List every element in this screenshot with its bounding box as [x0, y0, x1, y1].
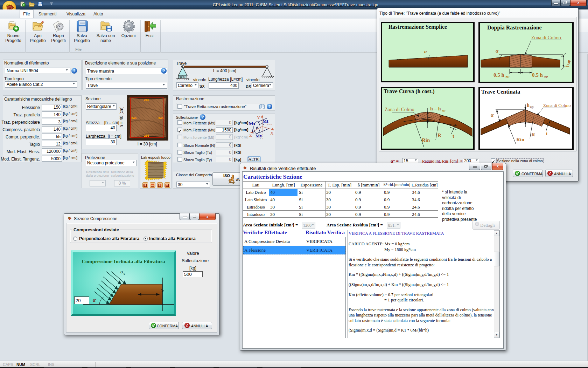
svg-text:σ: σ: [120, 269, 123, 274]
svg-text:α: α: [424, 49, 427, 54]
svg-text:216: 216: [144, 134, 149, 137]
svg-text:346: 346: [158, 116, 163, 120]
svg-text:ap: ap: [505, 74, 510, 78]
svg-text:α: α: [491, 112, 494, 118]
svg-text:Zona di Colmo: Zona di Colmo: [531, 35, 561, 40]
svg-text:R: R: [531, 132, 535, 137]
svg-text:0.5 h: 0.5 h: [493, 72, 505, 78]
svg-text:α: α: [496, 48, 499, 54]
svg-text:Zona di Colmo: Zona di Colmo: [543, 103, 571, 108]
svg-text:0.5 h: 0.5 h: [532, 72, 543, 78]
svg-text:Mx: Mx: [249, 121, 255, 126]
svg-text:t: t: [453, 134, 454, 139]
svg-text:346: 346: [131, 116, 136, 120]
svg-text:t: t: [546, 131, 548, 136]
svg-text:Z: Z: [249, 132, 252, 138]
svg-text:240: 240: [144, 98, 149, 102]
svg-text:Mt: Mt: [262, 118, 268, 124]
svg-text:α: α: [93, 297, 96, 303]
svg-text:Zona di Colmo: Zona di Colmo: [385, 107, 414, 112]
svg-text:c: c: [124, 272, 125, 275]
svg-text:Rin: Rin: [516, 137, 525, 142]
svg-text:h = h: h = h: [430, 106, 441, 111]
svg-text:R: R: [438, 132, 441, 138]
svg-text:ap: ap: [544, 74, 548, 78]
svg-text:ap: ap: [567, 60, 570, 64]
svg-text:ap: ap: [442, 108, 446, 112]
svg-text:h: h: [527, 103, 530, 108]
svg-text:X: X: [270, 130, 274, 136]
svg-text:Rin: Rin: [422, 137, 430, 143]
svg-text:My: My: [255, 133, 262, 138]
svg-text:ap: ap: [530, 105, 534, 109]
svg-text:Y: Y: [257, 115, 260, 120]
svg-text:h: h: [565, 64, 570, 67]
